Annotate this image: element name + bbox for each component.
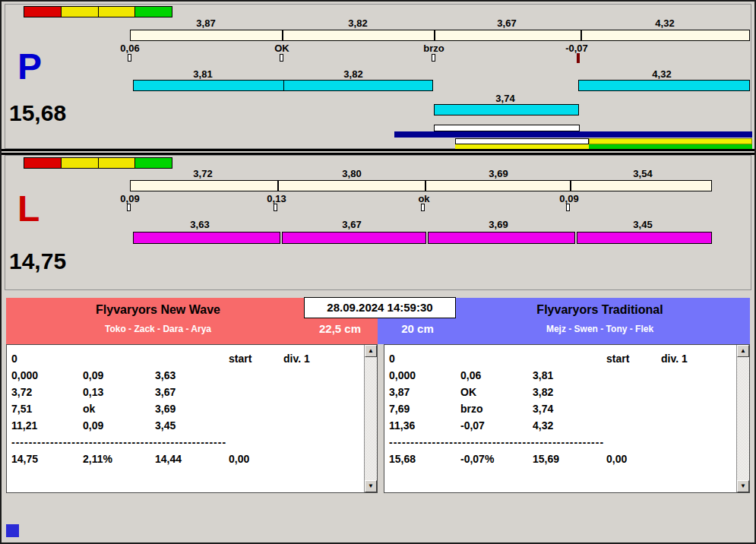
table-cell: -0,07% [460, 451, 533, 467]
cyan-offset-bar [434, 104, 579, 115]
table-cell: 0,000 [389, 367, 460, 384]
mini-bar-white [434, 125, 580, 131]
table-cell: 3,67 [155, 384, 229, 400]
table-cell: 0,000 [11, 367, 83, 384]
scroll-down-icon: ▼ [740, 482, 746, 489]
l-bar-value-3: 3,69 [476, 219, 521, 230]
mini-bar-navy [394, 131, 752, 138]
table-cell: start [229, 350, 283, 367]
l-diff-value-1: 0,09 [107, 193, 153, 204]
panel-divider [2, 149, 754, 155]
indicator-yellow-segment [61, 6, 99, 17]
table-cell: 3,82 [533, 384, 606, 400]
table-cell-empty [606, 400, 661, 417]
right-team-distance: 20 cm [378, 322, 457, 335]
table-cell-empty [460, 350, 533, 367]
left-table-scrollbar[interactable]: ▲ ▼ [364, 345, 377, 492]
cyan-split-bar [283, 80, 433, 91]
magenta-split-bar [577, 232, 712, 244]
table-cell: 15,68 [389, 451, 460, 467]
scroll-up-icon: ▲ [368, 347, 374, 354]
status-indicator-l [24, 157, 172, 169]
l-segment-value-1: 3,72 [180, 168, 226, 179]
p-bar-value-3: 4,32 [639, 68, 685, 80]
scroll-up-button[interactable]: ▲ [737, 345, 749, 357]
table-cell: 0,06 [460, 367, 533, 384]
table-cell: 3,81 [533, 367, 606, 384]
table-cell-empty [283, 434, 360, 451]
datetime-display: 28.09.2024 14:59:30 [304, 297, 456, 318]
right-table-scrollbar[interactable]: ▲ ▼ [736, 345, 749, 492]
table-cell: 7,51 [11, 400, 83, 417]
left-team-table[interactable]: 0 start div. 1 0,000 0,09 3,63 3,72 0,13… [6, 344, 378, 493]
table-cell: 0,13 [83, 384, 155, 400]
table-cell: 3,74 [533, 400, 606, 417]
indicator-red-segment [24, 6, 62, 17]
table-cell-empty [229, 434, 283, 451]
panel-l-total: 14,75 [9, 250, 66, 273]
panel-l: L 14,75 3,72 3,80 3,69 3,54 0,09 0,13 ok… [5, 155, 751, 290]
table-cell-empty [606, 434, 661, 451]
right-team-table[interactable]: 0 start div. 1 0,000 0,06 3,81 3,87 OK 3… [384, 344, 750, 493]
l-bar-value-2: 3,67 [329, 219, 375, 230]
table-cell: div. 1 [283, 350, 360, 367]
table-cell-empty [661, 417, 732, 434]
p-diff-value-3: brzo [411, 43, 457, 54]
l-segment-value-2: 3,80 [329, 168, 375, 179]
scroll-down-button[interactable]: ▼ [365, 480, 377, 492]
tick-mark-red [577, 53, 580, 63]
table-cell-empty [661, 367, 732, 384]
table-cell-empty [283, 367, 360, 384]
p-segment-value-4: 4,32 [642, 17, 688, 29]
table-cell: 0,00 [229, 451, 283, 467]
p-segment-value-1: 3,87 [183, 17, 229, 29]
table-cell: 14,44 [155, 451, 229, 467]
magenta-split-bar [282, 232, 426, 244]
table-cell-empty [661, 400, 732, 417]
table-cell: start [606, 350, 661, 367]
cyan-split-bar [133, 80, 284, 91]
magenta-split-bar [133, 232, 280, 244]
table-cell: 7,69 [389, 400, 460, 417]
indicator-yellow-segment [61, 157, 99, 169]
table-cell-empty [606, 367, 661, 384]
scroll-down-icon: ▼ [368, 482, 374, 489]
p-offset-bar-value: 3,74 [482, 93, 528, 104]
table-cell: 2,11% [83, 451, 155, 467]
indicator-yellow-segment [98, 157, 136, 169]
tick-mark [432, 54, 435, 62]
table-cell: 0,09 [83, 367, 155, 384]
table-cell-empty [83, 350, 155, 367]
p-diff-value-2: OK [259, 43, 305, 54]
scroll-up-button[interactable]: ▲ [365, 345, 377, 357]
scroll-up-icon: ▲ [740, 347, 746, 354]
table-dash-divider: ----------------------------------------… [11, 434, 229, 451]
mini-bar-white [455, 138, 589, 144]
table-cell: 3,63 [155, 367, 229, 384]
table-cell: 0,00 [606, 451, 661, 467]
table-dash-divider: ----------------------------------------… [389, 434, 606, 451]
left-team-name: Flyvaryors New Wave [6, 303, 310, 317]
table-cell: 3,87 [389, 384, 460, 400]
table-cell: 4,32 [533, 417, 606, 434]
table-cell-empty [229, 417, 283, 434]
mini-bar-yellow [589, 138, 752, 144]
cyan-split-bar [578, 80, 750, 91]
table-cell-empty [229, 384, 283, 400]
table-cell: 3,45 [155, 417, 229, 434]
bar-divider [282, 30, 283, 41]
left-team-distance: 22,5 cm [302, 322, 378, 335]
table-cell: 15,69 [533, 451, 606, 467]
status-indicator-p [24, 6, 172, 17]
scroll-down-button[interactable]: ▼ [737, 480, 749, 492]
p-segment-value-3: 3,67 [484, 17, 530, 29]
l-diff-value-2: 0,13 [254, 193, 299, 204]
indicator-green-segment [134, 6, 172, 17]
table-cell: -0,07 [460, 417, 533, 434]
bar-divider [434, 30, 435, 41]
panel-p-total: 15,68 [9, 102, 66, 125]
tick-mark [280, 54, 283, 62]
magenta-split-bar [428, 232, 575, 244]
l-split-total-bar [130, 180, 712, 191]
app-window: P 15,68 3,87 3,82 3,67 4,32 0,06 OK brzo… [0, 0, 756, 544]
